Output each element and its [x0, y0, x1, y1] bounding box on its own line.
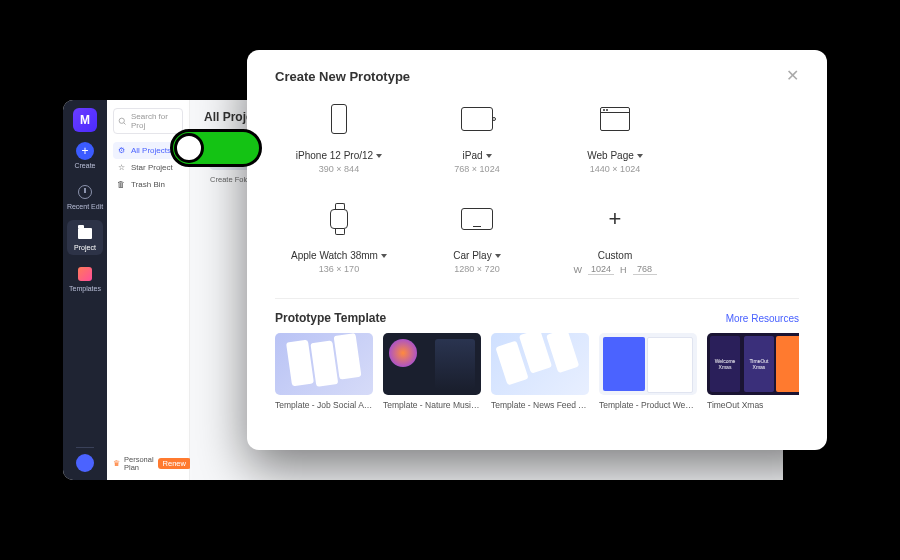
template-row: Template - Job Social App Template - Nat…: [275, 333, 799, 410]
device-iphone[interactable]: iPhone 12 Pro/12 390 × 844: [275, 94, 403, 194]
device-name: iPad: [462, 150, 482, 161]
sidebar-item-label: Trash Bin: [131, 180, 165, 189]
sidebar-item-label: Star Project: [131, 163, 173, 172]
app-logo[interactable]: M: [73, 108, 97, 132]
plan-label: Personal Plan: [124, 456, 154, 473]
device-ipad[interactable]: iPad 768 × 1024: [413, 94, 541, 194]
device-web[interactable]: Web Page 1440 × 1024: [551, 94, 679, 194]
template-name: Template - Nature Music Ap: [383, 400, 481, 410]
search-input[interactable]: Search for Proj: [113, 108, 183, 134]
template-thumbnail: [275, 333, 373, 395]
device-dims: 768 × 1024: [454, 164, 499, 174]
search-icon: [118, 117, 127, 126]
plus-circle-icon: +: [76, 142, 94, 160]
toggle-switch[interactable]: [170, 129, 262, 167]
template-card[interactable]: Template - Product Web Pa: [599, 333, 697, 410]
device-dims: 136 × 170: [319, 264, 359, 274]
toggle-knob: [174, 133, 204, 163]
device-grid: iPhone 12 Pro/12 390 × 844 iPad 768 × 10…: [275, 94, 799, 294]
device-name: Web Page: [587, 150, 634, 161]
custom-height-input[interactable]: 768: [633, 264, 657, 275]
trash-icon: 🗑: [116, 180, 126, 189]
rail-item-label: Create: [74, 162, 95, 169]
divider: [275, 298, 799, 299]
device-dims: 1280 × 720: [454, 264, 499, 274]
template-thumbnail: [383, 333, 481, 395]
left-rail: M + Create Recent Edit Project Templates: [63, 100, 107, 480]
renew-button[interactable]: Renew: [158, 458, 191, 469]
template-name: Template - Job Social App: [275, 400, 373, 410]
chevron-down-icon[interactable]: [381, 254, 387, 258]
template-card[interactable]: Template - Nature Music Ap: [383, 333, 481, 410]
chevron-down-icon[interactable]: [376, 154, 382, 158]
svg-line-1: [124, 122, 126, 124]
chevron-down-icon[interactable]: [495, 254, 501, 258]
rail-item-create[interactable]: + Create: [74, 138, 95, 173]
close-icon[interactable]: ✕: [786, 68, 799, 84]
car-display-icon: [461, 200, 493, 238]
template-heading: Prototype Template: [275, 311, 386, 325]
template-card[interactable]: Template - Job Social App: [275, 333, 373, 410]
sidebar-item-star[interactable]: ☆ Star Project: [113, 159, 183, 176]
tablet-icon: [461, 100, 493, 138]
device-dims: 1440 × 1024: [590, 164, 640, 174]
rail-item-label: Templates: [69, 285, 101, 292]
create-prototype-modal: Create New Prototype ✕ iPhone 12 Pro/12 …: [247, 50, 827, 450]
plus-icon: +: [609, 200, 622, 238]
templates-icon: [76, 265, 94, 283]
sidebar-item-trash[interactable]: 🗑 Trash Bin: [113, 176, 183, 193]
search-placeholder: Search for Proj: [131, 112, 178, 130]
template-name: TimeOut Xmas: [707, 400, 799, 410]
device-name: iPhone 12 Pro/12: [296, 150, 373, 161]
rail-item-label: Recent Edit: [67, 203, 103, 210]
chevron-down-icon[interactable]: [486, 154, 492, 158]
device-custom[interactable]: + Custom W 1024 H 768: [551, 194, 679, 294]
template-name: Template - Product Web Pa: [599, 400, 697, 410]
rail-item-project[interactable]: Project: [67, 220, 103, 255]
crown-icon: ♛: [113, 459, 120, 468]
rail-item-recent[interactable]: Recent Edit: [67, 179, 103, 214]
device-name: Apple Watch 38mm: [291, 250, 378, 261]
svg-point-0: [119, 118, 124, 123]
chevron-down-icon[interactable]: [637, 154, 643, 158]
sidebar-item-label: All Projects: [131, 146, 171, 155]
device-watch[interactable]: Apple Watch 38mm 136 × 170: [275, 194, 403, 294]
device-carplay[interactable]: Car Play 1280 × 720: [413, 194, 541, 294]
device-name: Car Play: [453, 250, 491, 261]
device-name: Custom: [598, 250, 632, 261]
template-thumbnail: WelcomeXmas TimeOutXmas: [707, 333, 799, 395]
rail-divider: [76, 447, 94, 448]
browser-icon: [600, 100, 630, 138]
watch-icon: [330, 200, 348, 238]
width-label: W: [573, 265, 582, 275]
template-thumbnail: [491, 333, 589, 395]
custom-width-input[interactable]: 1024: [588, 264, 614, 275]
modal-title: Create New Prototype: [275, 69, 410, 84]
rail-item-label: Project: [74, 244, 96, 251]
clock-icon: [76, 183, 94, 201]
star-icon: ☆: [116, 163, 126, 172]
phone-icon: [331, 100, 347, 138]
height-label: H: [620, 265, 627, 275]
template-card[interactable]: WelcomeXmas TimeOutXmas TimeOut Xmas: [707, 333, 799, 410]
template-card[interactable]: Template - News Feed App: [491, 333, 589, 410]
template-thumbnail: [599, 333, 697, 395]
more-resources-link[interactable]: More Resources: [726, 313, 799, 324]
gear-icon: ⚙: [116, 146, 126, 155]
folder-icon: [76, 224, 94, 242]
user-avatar[interactable]: [76, 454, 94, 472]
device-dims: 390 × 844: [319, 164, 359, 174]
template-name: Template - News Feed App: [491, 400, 589, 410]
rail-item-templates[interactable]: Templates: [69, 261, 101, 296]
